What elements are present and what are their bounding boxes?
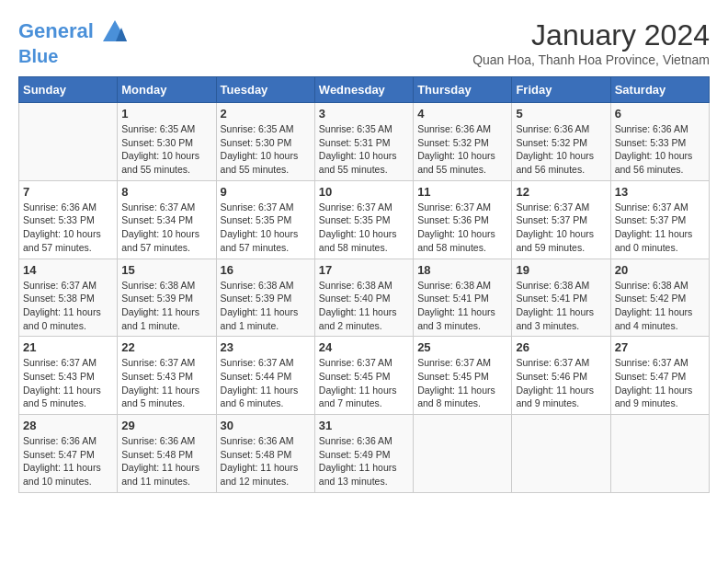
day-info: Sunrise: 6:37 AM Sunset: 5:43 PM Dayligh… bbox=[121, 356, 211, 410]
calendar-cell: 28Sunrise: 6:36 AM Sunset: 5:47 PM Dayli… bbox=[19, 415, 118, 493]
calendar-cell: 26Sunrise: 6:37 AM Sunset: 5:46 PM Dayli… bbox=[512, 337, 610, 415]
calendar-cell: 20Sunrise: 6:38 AM Sunset: 5:42 PM Dayli… bbox=[610, 259, 709, 337]
day-number: 30 bbox=[221, 419, 311, 432]
day-info: Sunrise: 6:36 AM Sunset: 5:33 PM Dayligh… bbox=[615, 122, 705, 177]
day-info: Sunrise: 6:37 AM Sunset: 5:45 PM Dayligh… bbox=[417, 356, 507, 410]
day-number: 22 bbox=[121, 340, 211, 354]
day-number: 8 bbox=[121, 185, 211, 199]
day-number: 10 bbox=[319, 185, 409, 199]
calendar-cell: 13Sunrise: 6:37 AM Sunset: 5:37 PM Dayli… bbox=[610, 180, 709, 259]
calendar-week-row: 21Sunrise: 6:37 AM Sunset: 5:43 PM Dayli… bbox=[19, 337, 710, 415]
calendar-cell: 21Sunrise: 6:37 AM Sunset: 5:43 PM Dayli… bbox=[19, 337, 118, 415]
logo-text: General bbox=[18, 18, 129, 46]
day-info: Sunrise: 6:35 AM Sunset: 5:30 PM Dayligh… bbox=[121, 122, 211, 177]
calendar-cell: 16Sunrise: 6:38 AM Sunset: 5:39 PM Dayli… bbox=[216, 259, 314, 337]
day-info: Sunrise: 6:37 AM Sunset: 5:37 PM Dayligh… bbox=[615, 201, 705, 255]
day-number: 9 bbox=[221, 185, 311, 199]
logo-blue: Blue bbox=[18, 46, 129, 66]
day-number: 1 bbox=[121, 107, 211, 121]
title-block: January 2024 Quan Hoa, Thanh Hoa Provinc… bbox=[472, 18, 710, 67]
calendar-cell bbox=[512, 415, 610, 493]
calendar-cell: 17Sunrise: 6:38 AM Sunset: 5:40 PM Dayli… bbox=[314, 259, 413, 337]
calendar-cell: 10Sunrise: 6:37 AM Sunset: 5:35 PM Dayli… bbox=[314, 180, 413, 259]
day-number: 20 bbox=[615, 263, 705, 277]
day-info: Sunrise: 6:38 AM Sunset: 5:40 PM Dayligh… bbox=[319, 279, 409, 333]
calendar-cell: 30Sunrise: 6:36 AM Sunset: 5:48 PM Dayli… bbox=[216, 415, 314, 493]
weekday-header-row: SundayMondayTuesdayWednesdayThursdayFrid… bbox=[19, 77, 710, 103]
day-number: 31 bbox=[319, 419, 409, 432]
calendar-cell: 9Sunrise: 6:37 AM Sunset: 5:35 PM Daylig… bbox=[216, 180, 314, 259]
day-info: Sunrise: 6:38 AM Sunset: 5:39 PM Dayligh… bbox=[121, 279, 211, 333]
calendar-cell: 8Sunrise: 6:37 AM Sunset: 5:34 PM Daylig… bbox=[118, 180, 216, 259]
day-number: 11 bbox=[417, 185, 507, 199]
day-info: Sunrise: 6:37 AM Sunset: 5:36 PM Dayligh… bbox=[417, 201, 507, 255]
calendar-cell: 24Sunrise: 6:37 AM Sunset: 5:45 PM Dayli… bbox=[314, 337, 413, 415]
day-number: 5 bbox=[516, 107, 606, 121]
calendar-table: SundayMondayTuesdayWednesdayThursdayFrid… bbox=[18, 76, 710, 493]
weekday-header: Wednesday bbox=[314, 77, 413, 103]
calendar-cell bbox=[414, 415, 512, 493]
location: Quan Hoa, Thanh Hoa Province, Vietnam bbox=[472, 52, 710, 67]
month-title: January 2024 bbox=[472, 18, 710, 52]
day-number: 16 bbox=[221, 263, 311, 277]
calendar-cell: 6Sunrise: 6:36 AM Sunset: 5:33 PM Daylig… bbox=[610, 103, 709, 181]
weekday-header: Thursday bbox=[414, 77, 512, 103]
calendar-cell: 3Sunrise: 6:35 AM Sunset: 5:31 PM Daylig… bbox=[314, 103, 413, 181]
day-info: Sunrise: 6:37 AM Sunset: 5:43 PM Dayligh… bbox=[23, 356, 113, 410]
day-number: 26 bbox=[516, 340, 606, 354]
calendar-cell bbox=[19, 103, 118, 181]
calendar-cell: 29Sunrise: 6:36 AM Sunset: 5:48 PM Dayli… bbox=[118, 415, 216, 493]
calendar-cell: 31Sunrise: 6:36 AM Sunset: 5:49 PM Dayli… bbox=[314, 415, 413, 493]
calendar-cell: 7Sunrise: 6:36 AM Sunset: 5:33 PM Daylig… bbox=[19, 180, 118, 259]
day-info: Sunrise: 6:36 AM Sunset: 5:32 PM Dayligh… bbox=[417, 122, 507, 177]
day-info: Sunrise: 6:37 AM Sunset: 5:34 PM Dayligh… bbox=[121, 201, 211, 255]
day-number: 23 bbox=[221, 340, 311, 354]
calendar-cell: 23Sunrise: 6:37 AM Sunset: 5:44 PM Dayli… bbox=[216, 337, 314, 415]
calendar-cell: 22Sunrise: 6:37 AM Sunset: 5:43 PM Dayli… bbox=[118, 337, 216, 415]
calendar-cell: 27Sunrise: 6:37 AM Sunset: 5:47 PM Dayli… bbox=[610, 337, 709, 415]
calendar-cell: 15Sunrise: 6:38 AM Sunset: 5:39 PM Dayli… bbox=[118, 259, 216, 337]
calendar-cell: 1Sunrise: 6:35 AM Sunset: 5:30 PM Daylig… bbox=[118, 103, 216, 181]
day-info: Sunrise: 6:38 AM Sunset: 5:39 PM Dayligh… bbox=[221, 279, 311, 333]
weekday-header: Friday bbox=[512, 77, 610, 103]
day-info: Sunrise: 6:37 AM Sunset: 5:35 PM Dayligh… bbox=[319, 201, 409, 255]
calendar-cell: 19Sunrise: 6:38 AM Sunset: 5:41 PM Dayli… bbox=[512, 259, 610, 337]
calendar-cell: 25Sunrise: 6:37 AM Sunset: 5:45 PM Dayli… bbox=[414, 337, 512, 415]
logo: General Blue bbox=[18, 18, 129, 66]
day-number: 19 bbox=[516, 263, 606, 277]
day-number: 21 bbox=[23, 340, 113, 354]
weekday-header: Saturday bbox=[610, 77, 709, 103]
day-info: Sunrise: 6:37 AM Sunset: 5:37 PM Dayligh… bbox=[516, 201, 606, 255]
weekday-header: Sunday bbox=[19, 77, 118, 103]
day-number: 17 bbox=[319, 263, 409, 277]
day-info: Sunrise: 6:37 AM Sunset: 5:35 PM Dayligh… bbox=[221, 201, 311, 255]
day-info: Sunrise: 6:37 AM Sunset: 5:47 PM Dayligh… bbox=[615, 356, 705, 410]
day-info: Sunrise: 6:35 AM Sunset: 5:30 PM Dayligh… bbox=[221, 122, 311, 177]
day-info: Sunrise: 6:37 AM Sunset: 5:38 PM Dayligh… bbox=[23, 279, 113, 333]
day-info: Sunrise: 6:36 AM Sunset: 5:33 PM Dayligh… bbox=[23, 201, 113, 255]
day-number: 3 bbox=[319, 107, 409, 121]
day-number: 2 bbox=[221, 107, 311, 121]
day-number: 29 bbox=[121, 419, 211, 432]
page-header: General Blue January 2024 Quan Hoa, Than… bbox=[18, 18, 710, 67]
day-info: Sunrise: 6:36 AM Sunset: 5:48 PM Dayligh… bbox=[221, 434, 311, 488]
day-info: Sunrise: 6:35 AM Sunset: 5:31 PM Dayligh… bbox=[319, 122, 409, 177]
calendar-week-row: 1Sunrise: 6:35 AM Sunset: 5:30 PM Daylig… bbox=[19, 103, 710, 181]
day-info: Sunrise: 6:36 AM Sunset: 5:47 PM Dayligh… bbox=[23, 434, 113, 488]
calendar-week-row: 14Sunrise: 6:37 AM Sunset: 5:38 PM Dayli… bbox=[19, 259, 710, 337]
calendar-week-row: 28Sunrise: 6:36 AM Sunset: 5:47 PM Dayli… bbox=[19, 415, 710, 493]
calendar-cell: 12Sunrise: 6:37 AM Sunset: 5:37 PM Dayli… bbox=[512, 180, 610, 259]
calendar-cell: 5Sunrise: 6:36 AM Sunset: 5:32 PM Daylig… bbox=[512, 103, 610, 181]
day-number: 18 bbox=[417, 263, 507, 277]
day-number: 24 bbox=[319, 340, 409, 354]
weekday-header: Monday bbox=[118, 77, 216, 103]
day-info: Sunrise: 6:36 AM Sunset: 5:48 PM Dayligh… bbox=[121, 434, 211, 488]
day-info: Sunrise: 6:36 AM Sunset: 5:32 PM Dayligh… bbox=[516, 122, 606, 177]
day-info: Sunrise: 6:38 AM Sunset: 5:41 PM Dayligh… bbox=[516, 279, 606, 333]
calendar-week-row: 7Sunrise: 6:36 AM Sunset: 5:33 PM Daylig… bbox=[19, 180, 710, 259]
calendar-cell: 4Sunrise: 6:36 AM Sunset: 5:32 PM Daylig… bbox=[414, 103, 512, 181]
day-number: 4 bbox=[417, 107, 507, 121]
calendar-cell: 2Sunrise: 6:35 AM Sunset: 5:30 PM Daylig… bbox=[216, 103, 314, 181]
day-number: 13 bbox=[615, 185, 705, 199]
calendar-cell: 18Sunrise: 6:38 AM Sunset: 5:41 PM Dayli… bbox=[414, 259, 512, 337]
